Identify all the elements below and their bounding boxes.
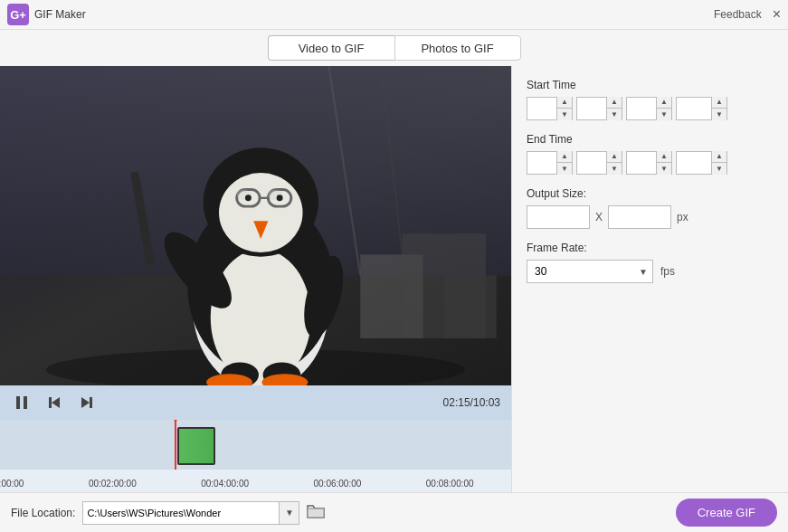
playback-controls: 02:15/10:03 bbox=[0, 385, 511, 420]
end-time-inputs: 00 ▲ ▼ 02 ▲ ▼ 16 ▲ bbox=[527, 151, 774, 175]
svg-rect-31 bbox=[24, 396, 27, 409]
fps-unit-label: fps bbox=[660, 265, 675, 278]
start-hour-down[interactable]: ▼ bbox=[557, 109, 572, 120]
frame-rate-group: Frame Rate: 24 30 60 ▼ fps bbox=[527, 242, 774, 283]
end-time-label: End Time bbox=[527, 133, 774, 146]
feedback-button[interactable]: Feedback bbox=[714, 8, 762, 21]
file-path-input[interactable] bbox=[83, 508, 279, 518]
create-gif-button[interactable]: Create GIF bbox=[676, 499, 777, 527]
start-time-min-field: 02 ▲ ▼ bbox=[576, 97, 622, 120]
fps-select[interactable]: 24 30 60 bbox=[527, 260, 653, 283]
svg-rect-27 bbox=[444, 275, 497, 337]
size-unit: px bbox=[677, 211, 688, 223]
timeline-ruler: 00:00:00:00 00:02:00:00 00:04:00:00 00:0… bbox=[0, 470, 511, 492]
ruler-label-3: 00:06:00:00 bbox=[313, 479, 361, 489]
end-ms-up[interactable]: ▲ bbox=[712, 151, 726, 163]
start-time-sec-field: 13 ▲ ▼ bbox=[626, 97, 672, 120]
file-path-field: ▼ bbox=[82, 501, 299, 525]
folder-button[interactable] bbox=[307, 503, 325, 523]
pause-icon bbox=[14, 394, 30, 411]
svg-marker-34 bbox=[81, 397, 90, 408]
end-time-sec[interactable]: 16 bbox=[627, 157, 656, 169]
start-sec-up[interactable]: ▲ bbox=[657, 97, 671, 109]
svg-point-15 bbox=[245, 195, 252, 201]
svg-marker-32 bbox=[52, 397, 60, 408]
end-min-spinners: ▲ ▼ bbox=[606, 151, 622, 175]
end-time-hour[interactable]: 00 bbox=[527, 157, 556, 169]
tab-video-to-gif[interactable]: Video to GIF bbox=[268, 35, 394, 61]
ruler-label-2: 00:04:00:00 bbox=[201, 479, 249, 489]
start-hour-spinners: ▲ ▼ bbox=[556, 97, 572, 120]
end-time-sec-field: 16 ▲ ▼ bbox=[626, 151, 672, 175]
titlebar-right: Feedback × bbox=[714, 7, 781, 22]
end-hour-spinners: ▲ ▼ bbox=[556, 151, 572, 175]
frame-rate-label: Frame Rate: bbox=[527, 242, 774, 254]
clip-handle[interactable] bbox=[177, 427, 215, 465]
left-panel: 02:15/10:03 00:00:00:00 00:02:00:00 00:0… bbox=[0, 66, 511, 492]
start-time-ms[interactable]: 078 bbox=[677, 102, 711, 115]
end-time-min[interactable]: 02 bbox=[577, 157, 606, 169]
end-time-min-field: 02 ▲ ▼ bbox=[576, 151, 622, 175]
start-time-group: Start Time 00 ▲ ▼ 02 ▲ ▼ 1 bbox=[527, 79, 774, 120]
next-button[interactable] bbox=[76, 392, 98, 413]
end-sec-down[interactable]: ▼ bbox=[657, 163, 671, 175]
start-time-hour-field: 00 ▲ ▼ bbox=[527, 97, 573, 120]
end-time-ms-field: 078 ▲ ▼ bbox=[676, 151, 727, 175]
start-time-inputs: 00 ▲ ▼ 02 ▲ ▼ 13 ▲ bbox=[527, 97, 774, 120]
end-sec-spinners: ▲ ▼ bbox=[656, 151, 671, 175]
width-input[interactable]: 500 bbox=[527, 206, 589, 228]
start-time-hour[interactable]: 00 bbox=[527, 102, 556, 115]
fps-row: 24 30 60 ▼ fps bbox=[527, 260, 774, 283]
end-ms-down[interactable]: ▼ bbox=[712, 163, 726, 175]
close-button[interactable]: × bbox=[773, 7, 781, 22]
end-hour-up[interactable]: ▲ bbox=[557, 151, 572, 163]
tab-photos-to-gif[interactable]: Photos to GIF bbox=[394, 35, 521, 61]
titlebar-left: G+ GIF Maker bbox=[7, 4, 86, 25]
pause-button[interactable] bbox=[11, 392, 33, 413]
height-field: 281 bbox=[608, 205, 671, 229]
start-sec-spinners: ▲ ▼ bbox=[656, 97, 671, 120]
end-min-down[interactable]: ▼ bbox=[607, 163, 622, 175]
file-location-label: File Location: bbox=[11, 507, 75, 519]
svg-rect-30 bbox=[16, 396, 20, 409]
timeline-track bbox=[0, 420, 511, 470]
start-time-min[interactable]: 02 bbox=[577, 102, 606, 115]
end-min-up[interactable]: ▲ bbox=[607, 151, 622, 163]
svg-rect-35 bbox=[90, 397, 92, 408]
output-size-group: Output Size: 500 X 281 px bbox=[527, 187, 774, 229]
svg-point-7 bbox=[211, 250, 311, 385]
start-ms-up[interactable]: ▲ bbox=[712, 97, 726, 109]
file-path-dropdown-icon[interactable]: ▼ bbox=[279, 502, 299, 524]
start-time-sec[interactable]: 13 bbox=[627, 102, 656, 115]
tab-bar: Video to GIF Photos to GIF bbox=[0, 30, 788, 66]
video-area bbox=[0, 66, 511, 385]
start-sec-down[interactable]: ▼ bbox=[657, 109, 671, 120]
start-hour-up[interactable]: ▲ bbox=[557, 97, 572, 109]
svg-point-16 bbox=[277, 195, 283, 201]
start-min-down[interactable]: ▼ bbox=[607, 109, 622, 120]
playhead[interactable] bbox=[175, 420, 176, 470]
end-time-group: End Time 00 ▲ ▼ 02 ▲ ▼ 16 bbox=[527, 133, 774, 175]
ruler-label-0: 00:00:00:00 bbox=[0, 479, 24, 489]
size-inputs: 500 X 281 px bbox=[527, 205, 774, 229]
output-size-label: Output Size: bbox=[527, 187, 774, 200]
prev-button[interactable] bbox=[43, 392, 65, 413]
bottom-bar: File Location: ▼ Create GIF bbox=[0, 492, 788, 532]
width-field: 500 bbox=[527, 205, 590, 229]
time-display: 02:15/10:03 bbox=[443, 396, 500, 409]
folder-icon bbox=[307, 503, 325, 519]
start-min-up[interactable]: ▲ bbox=[607, 97, 622, 109]
end-sec-up[interactable]: ▲ bbox=[657, 151, 671, 163]
start-ms-down[interactable]: ▼ bbox=[712, 109, 726, 120]
ruler-label-1: 00:02:00:00 bbox=[89, 479, 137, 489]
end-time-ms[interactable]: 078 bbox=[677, 157, 711, 169]
prev-icon bbox=[46, 394, 62, 411]
video-frame bbox=[0, 66, 511, 385]
height-input[interactable]: 281 bbox=[609, 206, 670, 228]
ruler-label-4: 00:08:00:00 bbox=[426, 479, 474, 489]
fps-select-wrap: 24 30 60 ▼ bbox=[527, 260, 653, 283]
next-icon bbox=[79, 394, 95, 411]
end-hour-down[interactable]: ▼ bbox=[557, 163, 572, 175]
start-ms-spinners: ▲ ▼ bbox=[711, 97, 726, 120]
timeline-area[interactable]: 00:00:00:00 00:02:00:00 00:04:00:00 00:0… bbox=[0, 420, 511, 492]
